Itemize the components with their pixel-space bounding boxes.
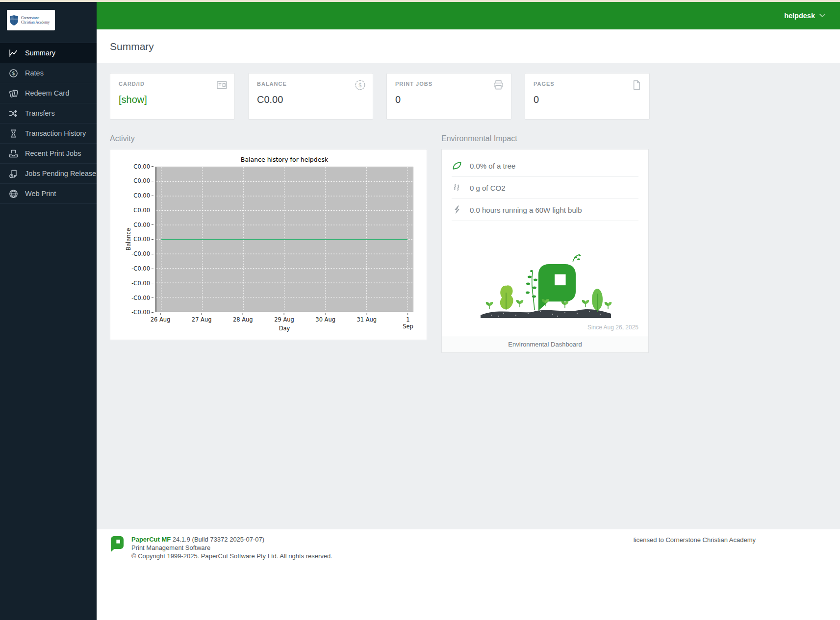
chart-x-ticks: 26 Aug 27 Aug 28 Aug 29 Aug 30 Aug 31 Au… [155, 313, 413, 324]
sidebar-item-summary[interactable]: Summary [0, 43, 97, 63]
card-label: PAGES [534, 81, 641, 87]
footer-version: 24.1.9 (Build 73372 2025-07-07) [173, 536, 264, 543]
y-tick: -C0.00 [131, 265, 150, 272]
cards-icon [8, 88, 19, 99]
id-card-icon [216, 79, 228, 93]
x-tick: 27 Aug [192, 313, 212, 323]
y-tick: C0.00 [133, 163, 150, 170]
shield-icon [9, 15, 19, 26]
sidebar-item-label: Redeem Card [25, 89, 69, 97]
card-label: PRINT JOBS [395, 81, 503, 87]
y-tick: C0.00 [133, 236, 150, 243]
sidebar-item-recent-print-jobs[interactable]: Recent Print Jobs [0, 144, 97, 164]
main-area: helpdesk Summary CARD/ID [show] BALANCE … [97, 2, 840, 620]
card-label: BALANCE [257, 81, 364, 87]
summary-cards: CARD/ID [show] BALANCE C0.00 $ PRINT JOB… [110, 63, 827, 120]
sidebar: Cornerstone Christian Academy Summary $ … [0, 2, 97, 620]
y-tick: -C0.00 [131, 309, 150, 316]
sidebar-item-label: Rates [25, 69, 44, 77]
hourglass-icon [8, 128, 19, 139]
x-tick: 31 Aug [356, 313, 377, 323]
page-icon [631, 79, 643, 93]
title-band: Summary [97, 29, 840, 63]
chevron-down-icon[interactable] [819, 14, 825, 18]
x-tick: 30 Aug [315, 313, 335, 323]
env-row-co2: 0 g of CO2 [452, 177, 638, 199]
balance-value: C0.00 [257, 94, 364, 105]
chart-y-ticks: C0.00 C0.00 C0.00 C0.00 C0.00 C0.00 -C0.… [110, 163, 153, 316]
env-row-text: 0.0 hours running a 60W light bulb [470, 206, 582, 214]
printer-icon [492, 79, 505, 93]
footer-copyright: © Copyright 1999-2025. PaperCut Software… [131, 552, 332, 560]
sidebar-item-web-print[interactable]: Web Print [0, 184, 97, 204]
y-tick: -C0.00 [131, 280, 150, 287]
print-jobs-value: 0 [395, 94, 503, 105]
environmental-rows: 0.0% of a tree 0 g of CO2 [442, 149, 648, 221]
sidebar-item-label: Web Print [25, 190, 56, 198]
y-tick: -C0.00 [131, 250, 150, 257]
env-since-date: Since Aug 26, 2025 [442, 323, 648, 336]
env-row-text: 0 g of CO2 [470, 184, 506, 192]
x-tick: 28 Aug [233, 313, 253, 323]
y-tick: -C0.00 [131, 295, 150, 301]
dashed-dollar-circle-icon: $ [354, 79, 366, 93]
card-pages: PAGES 0 [525, 73, 650, 120]
lightning-icon [452, 204, 462, 215]
organization-name: Cornerstone Christian Academy [21, 16, 50, 25]
chart-plot-area [155, 167, 413, 312]
environmental-impact-panel: 0.0% of a tree 0 g of CO2 [441, 149, 649, 353]
top-bar: helpdesk [97, 2, 840, 29]
env-row-energy: 0.0 hours running a 60W light bulb [452, 199, 638, 221]
panels-row: Balance history for helpdesk Balance C0.… [110, 149, 827, 353]
x-tick: 29 Aug [274, 313, 294, 323]
shuffle-icon [8, 108, 19, 119]
sidebar-item-label: Transfers [25, 109, 55, 117]
papercut-user-app: Cornerstone Christian Academy Summary $ … [0, 2, 840, 620]
document-clock-icon [8, 169, 19, 179]
show-card-id-link[interactable]: [show] [119, 94, 226, 105]
sidebar-item-rates[interactable]: $ Rates [0, 63, 97, 83]
env-row-text: 0.0% of a tree [470, 162, 515, 170]
sidebar-item-jobs-pending-release[interactable]: Jobs Pending Release [0, 164, 97, 184]
y-tick: C0.00 [133, 192, 150, 199]
footer-product-name: PaperCut MF [131, 536, 171, 543]
sidebar-item-label: Recent Print Jobs [25, 149, 81, 157]
sidebar-item-redeem-card[interactable]: Redeem Card [0, 83, 97, 103]
sidebar-item-label: Jobs Pending Release [25, 170, 96, 177]
y-tick: C0.00 [133, 207, 150, 214]
section-headings: Activity Environmental Impact [110, 134, 827, 143]
y-tick: C0.00 [133, 177, 150, 184]
line-chart-icon [8, 48, 19, 58]
co2-icon [452, 182, 462, 193]
footer-text: PaperCut MF 24.1.9 (Build 73372 2025-07-… [131, 535, 332, 560]
env-row-tree: 0.0% of a tree [452, 155, 638, 177]
sidebar-item-label: Summary [25, 49, 55, 57]
balance-history-chart: Balance history for helpdesk Balance C0.… [110, 149, 427, 340]
sidebar-item-transaction-history[interactable]: Transaction History [0, 124, 97, 144]
pages-value: 0 [534, 94, 641, 105]
sidebar-nav: Summary $ Rates Redeem Card Transfers Tr… [0, 43, 97, 204]
environmental-illustration [442, 221, 648, 323]
svg-text:$: $ [358, 82, 362, 89]
footer-tagline: Print Management Software [131, 544, 332, 552]
sidebar-item-transfers[interactable]: Transfers [0, 103, 97, 124]
activity-heading: Activity [110, 134, 427, 143]
globe-icon [8, 189, 19, 199]
card-id-card: CARD/ID [show] [110, 73, 235, 120]
print-tray-icon [8, 149, 19, 159]
user-menu[interactable]: helpdesk [784, 12, 815, 20]
card-label: CARD/ID [119, 81, 226, 87]
x-tick: 26 Aug [151, 313, 171, 323]
content: CARD/ID [show] BALANCE C0.00 $ PRINT JOB… [97, 63, 840, 529]
chart-x-axis-label: Day [155, 325, 413, 332]
footer-license: licensed to Cornerstone Christian Academ… [634, 535, 756, 544]
y-tick: C0.00 [133, 222, 150, 228]
organization-logo: Cornerstone Christian Academy [7, 10, 55, 30]
environmental-heading: Environmental Impact [441, 134, 517, 143]
sidebar-item-label: Transaction History [25, 129, 86, 137]
chart-title: Balance history for helpdesk [155, 156, 413, 163]
page-footer: PaperCut MF 24.1.9 (Build 73372 2025-07-… [97, 529, 840, 620]
card-balance: BALANCE C0.00 $ [248, 73, 373, 120]
dollar-circle-icon: $ [8, 68, 19, 78]
environmental-dashboard-link[interactable]: Environmental Dashboard [442, 336, 648, 352]
